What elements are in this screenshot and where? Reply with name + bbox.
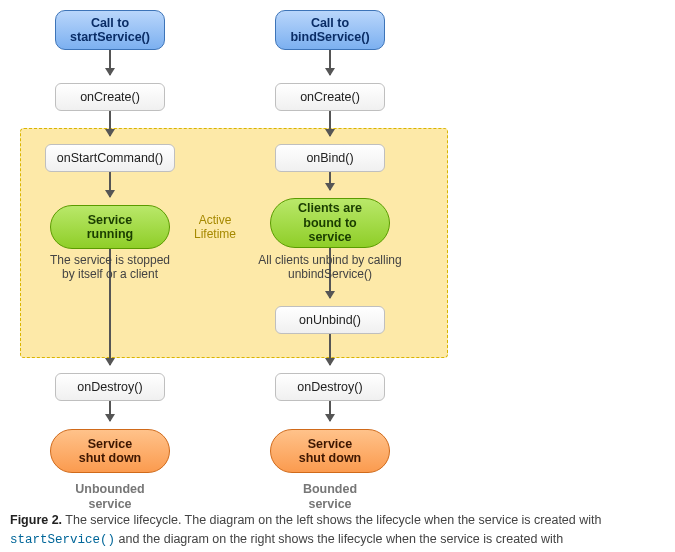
caption-text-b: and the diagram on the right shows the l… <box>115 532 563 546</box>
arrow <box>109 50 111 75</box>
start-node-bindService: Call tobindService() <box>275 10 385 50</box>
node-onDestroy-right: onDestroy() <box>275 373 385 401</box>
node-onDestroy-left: onDestroy() <box>55 373 165 401</box>
arrow <box>109 401 111 421</box>
arrow <box>329 401 331 421</box>
figure-label: Figure 2. <box>10 513 62 527</box>
arrow <box>329 172 331 190</box>
active-lifetime-label: ActiveLifetime <box>180 213 250 242</box>
arrow <box>109 172 111 197</box>
node-onBind: onBind() <box>275 144 385 172</box>
lifecycle-diagram: ActiveLifetime Call tostartService() onC… <box>10 10 665 505</box>
arrow <box>329 50 331 75</box>
annotation-stopped: The service is stoppedby itself or a cli… <box>35 253 185 282</box>
terminal-shutdown-left: Serviceshut down <box>50 429 170 473</box>
start-node-startService: Call tostartService() <box>55 10 165 50</box>
node-onCreate-left: onCreate() <box>55 83 165 111</box>
column-label-unbounded: Unboundedservice <box>60 482 160 512</box>
arrow <box>329 334 331 365</box>
node-onCreate-right: onCreate() <box>275 83 385 111</box>
arrow <box>329 111 331 136</box>
caption-code-a: startService() <box>10 533 115 547</box>
column-label-bounded: Boundedservice <box>280 482 380 512</box>
node-onUnbind: onUnbind() <box>275 306 385 334</box>
arrow <box>109 111 111 136</box>
state-clients-bound: Clients arebound toservice <box>270 198 390 248</box>
terminal-shutdown-right: Serviceshut down <box>270 429 390 473</box>
annotation-unbind: All clients unbind by callingunbindServi… <box>245 253 415 282</box>
caption-text-a: The service lifecycle. The diagram on th… <box>62 513 601 527</box>
node-onStartCommand: onStartCommand() <box>45 144 175 172</box>
figure-caption: Figure 2. The service lifecycle. The dia… <box>10 511 665 552</box>
state-service-running: Servicerunning <box>50 205 170 249</box>
